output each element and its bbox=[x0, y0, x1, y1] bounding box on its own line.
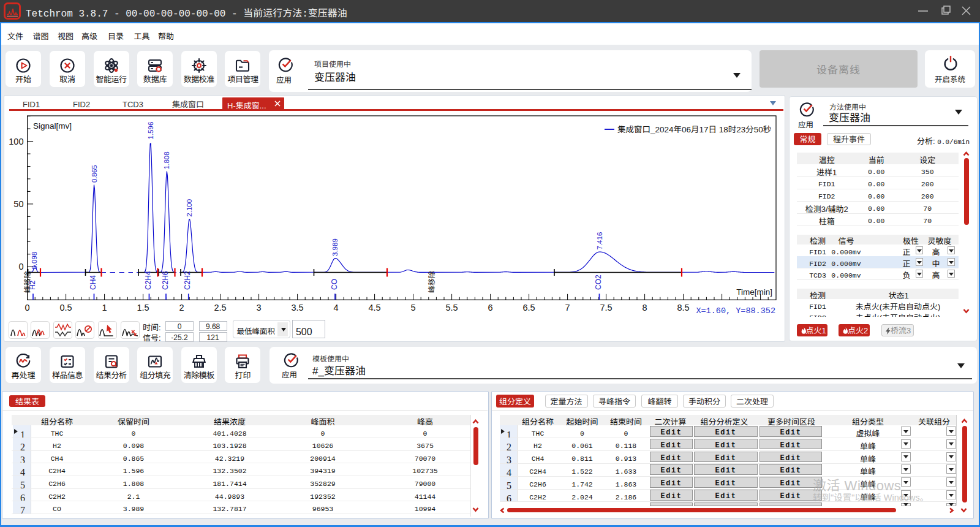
svg-text:3: 3 bbox=[257, 300, 262, 313]
svg-text:7.416: 7.416 bbox=[594, 232, 604, 250]
svg-text:0.098: 0.098 bbox=[29, 252, 39, 270]
svg-text:0: 0 bbox=[18, 259, 23, 272]
svg-text:C2H6: C2H6 bbox=[159, 271, 170, 290]
svg-text:CO2: CO2 bbox=[592, 275, 603, 290]
svg-text:Signal[mv]: Signal[mv] bbox=[33, 119, 72, 131]
svg-text:C2H2: C2H2 bbox=[181, 271, 192, 290]
svg-text:8: 8 bbox=[643, 300, 647, 313]
svg-text:集成窗口_2024年06月17日 18时23分50秒: 集成窗口_2024年06月17日 18时23分50秒 bbox=[617, 123, 771, 135]
svg-text:0: 0 bbox=[25, 300, 30, 313]
svg-text:50: 50 bbox=[13, 197, 23, 210]
svg-text:CO: CO bbox=[328, 279, 339, 290]
svg-text:4.5: 4.5 bbox=[369, 300, 381, 313]
svg-text:0.865: 0.865 bbox=[89, 165, 99, 183]
svg-text:峰移除: 峰移除 bbox=[21, 271, 32, 293]
svg-text:0.5: 0.5 bbox=[60, 300, 72, 313]
svg-text:3.989: 3.989 bbox=[330, 238, 339, 256]
svg-text:峰移除: 峰移除 bbox=[426, 271, 436, 293]
svg-text:C2H4: C2H4 bbox=[142, 271, 153, 290]
svg-text:2: 2 bbox=[179, 300, 184, 313]
svg-text:2.5: 2.5 bbox=[214, 300, 227, 313]
svg-text:8.5: 8.5 bbox=[677, 300, 690, 313]
svg-text:CH4: CH4 bbox=[87, 275, 97, 290]
svg-text:Time[min]: Time[min] bbox=[736, 285, 772, 297]
svg-text:7.5: 7.5 bbox=[600, 300, 612, 313]
svg-text:100: 100 bbox=[9, 134, 23, 147]
svg-text:6: 6 bbox=[488, 300, 493, 313]
svg-text:1.5: 1.5 bbox=[137, 300, 149, 313]
svg-text:6.5: 6.5 bbox=[523, 300, 535, 313]
svg-text:5.5: 5.5 bbox=[446, 300, 458, 313]
svg-text:7: 7 bbox=[565, 300, 570, 313]
svg-text:3.5: 3.5 bbox=[292, 300, 304, 313]
svg-text:2.100: 2.100 bbox=[184, 199, 194, 217]
svg-text:1.596: 1.596 bbox=[145, 122, 155, 140]
svg-text:4: 4 bbox=[334, 300, 339, 313]
svg-text:1: 1 bbox=[102, 300, 107, 313]
svg-text:X=1.60, Y=88.352: X=1.60, Y=88.352 bbox=[696, 303, 775, 316]
svg-text:1.808: 1.808 bbox=[161, 151, 171, 169]
svg-text:5: 5 bbox=[411, 300, 416, 313]
